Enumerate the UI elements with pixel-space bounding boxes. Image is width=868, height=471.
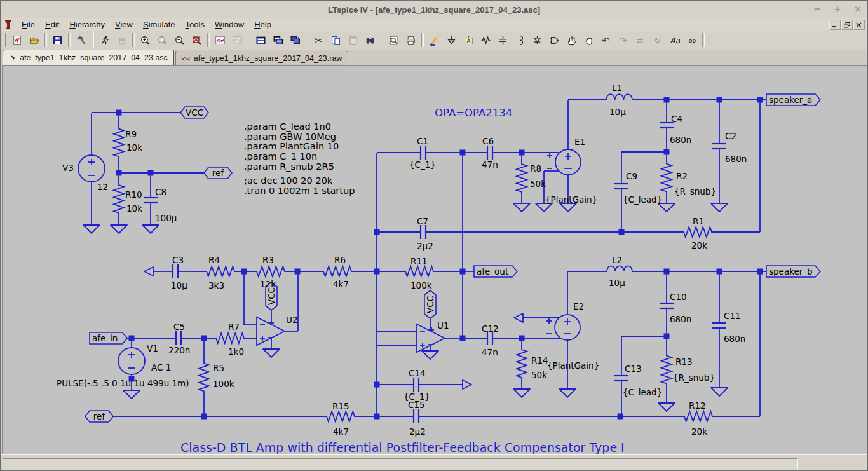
print-preview-icon[interactable] <box>385 32 402 49</box>
minimize-button[interactable]: − <box>811 3 823 16</box>
tab-asc[interactable]: afe_type1_1khz_square_2017_04_23.asc <box>3 50 174 65</box>
schematic-label: C1 <box>417 136 428 146</box>
port-flag-speaker_b[interactable]: speaker_b <box>766 266 820 277</box>
component-R13[interactable] <box>661 336 672 403</box>
spice-directive-icon[interactable]: .op <box>683 32 700 49</box>
component-R10[interactable] <box>114 173 124 225</box>
menu-item-edit[interactable]: Edit <box>40 19 64 31</box>
component-R14[interactable] <box>517 338 527 389</box>
control-panel-icon[interactable] <box>72 32 90 49</box>
place-component-icon[interactable] <box>546 32 563 49</box>
waveform-icon[interactable] <box>212 32 229 49</box>
component-C15[interactable] <box>377 409 620 423</box>
schematic-area: VCCrefrefVCCVCCafe_inafe_outspeaker_aspe… <box>2 65 867 454</box>
component-R4[interactable] <box>198 266 244 276</box>
component-C7[interactable] <box>377 225 621 239</box>
component-C9[interactable] <box>614 152 628 232</box>
save-icon[interactable] <box>49 32 66 49</box>
menu-item-view[interactable]: View <box>110 19 138 31</box>
component-R2[interactable] <box>661 152 672 203</box>
copy-icon[interactable] <box>327 32 344 49</box>
component-C11[interactable] <box>712 271 726 388</box>
port-flag-afe_out[interactable]: afe_out <box>474 266 517 277</box>
menu-item-tools[interactable]: Tools <box>180 19 210 31</box>
menu-item-window[interactable]: Window <box>210 19 249 31</box>
maximize-button[interactable]: + <box>832 3 843 16</box>
component-R11[interactable] <box>377 266 463 276</box>
component-R15[interactable] <box>204 411 377 421</box>
place-label-icon[interactable]: A <box>460 32 477 49</box>
component-E2[interactable] <box>546 315 580 340</box>
port-flag-speaker_a[interactable]: speaker_a <box>766 94 820 106</box>
component-C14[interactable] <box>377 378 463 392</box>
schematic-canvas[interactable]: VCCrefrefVCCVCCafe_inafe_outspeaker_aspe… <box>3 66 867 454</box>
place-resistor-icon[interactable] <box>477 32 494 49</box>
component-R5[interactable] <box>199 338 209 416</box>
title-bar: LTspice IV - [afe_type1_1khz_square_2017… <box>1 1 867 18</box>
schematic-label: PULSE(-.5 .5 0 1u 1u 499u 1m) <box>57 378 189 388</box>
net-flag-VCC[interactable]: VCC <box>424 290 436 318</box>
place-text-icon[interactable]: Aa <box>666 32 683 49</box>
cascade-icon[interactable] <box>287 32 304 49</box>
drag-icon[interactable] <box>580 32 597 49</box>
zoom-out-icon[interactable] <box>171 32 188 49</box>
tile-horizontal-icon[interactable] <box>252 32 269 49</box>
tab-raw[interactable]: afe_type1_1khz_square_2017_04_23.raw <box>175 51 349 65</box>
tile-vertical-icon[interactable] <box>269 32 287 49</box>
net-flag-ref[interactable]: ref <box>85 411 113 422</box>
menu-item-hierarchy[interactable]: Hierarchy <box>64 19 110 31</box>
port-flag-afe_in[interactable]: afe_in <box>90 332 128 344</box>
mdi-close-button[interactable] <box>853 20 865 30</box>
spice-directive-text: .param R_snub 2R5 <box>244 161 334 172</box>
menu-items: FileEditHierarchyViewSimulateToolsWindow… <box>17 19 276 31</box>
component-C3[interactable] <box>153 264 198 278</box>
place-inductor-icon[interactable] <box>512 32 529 49</box>
new-schematic-icon[interactable] <box>8 32 25 49</box>
component-V1[interactable] <box>118 348 145 374</box>
place-diode-icon[interactable] <box>529 32 546 49</box>
draw-wire-icon[interactable] <box>426 32 443 49</box>
component-U2[interactable] <box>257 317 285 345</box>
component-R1[interactable] <box>621 227 760 237</box>
close-button[interactable]: × <box>852 3 864 16</box>
component-C5[interactable] <box>132 331 204 345</box>
component-C1[interactable] <box>377 146 463 160</box>
menu-item-file[interactable]: File <box>17 19 40 31</box>
move-icon[interactable] <box>563 32 580 49</box>
component-L1[interactable] <box>602 94 636 100</box>
toolbar-handle[interactable] <box>3 33 6 47</box>
undo-icon[interactable]: ↶ <box>597 32 614 49</box>
place-capacitor-icon[interactable] <box>494 32 512 49</box>
cut-icon[interactable]: ✂ <box>310 32 327 49</box>
component-R12[interactable] <box>620 411 760 421</box>
component-C6[interactable] <box>463 146 522 160</box>
ground-icon <box>144 267 153 276</box>
toolbar-separator <box>306 33 308 47</box>
net-flag-ref[interactable]: ref <box>204 167 232 179</box>
menu-item-help[interactable]: Help <box>249 19 276 31</box>
ground-icon <box>463 380 471 389</box>
run-icon[interactable] <box>96 32 113 49</box>
spice-directive-text: .tran 0 1002m 1 startup <box>244 186 355 196</box>
component-C13[interactable] <box>614 336 628 416</box>
component-R3[interactable] <box>244 266 297 276</box>
component-V3[interactable] <box>78 155 105 182</box>
zoom-in-icon[interactable] <box>137 32 154 49</box>
net-flag-VCC[interactable]: VCC <box>180 107 208 118</box>
place-ground-icon[interactable] <box>443 32 460 49</box>
component-R6[interactable] <box>297 266 377 276</box>
print-icon[interactable] <box>402 32 419 49</box>
zoom-back-icon[interactable] <box>188 32 205 49</box>
menu-item-simulate[interactable]: Simulate <box>138 19 180 31</box>
component-L2[interactable] <box>603 266 636 271</box>
find-icon[interactable] <box>362 32 379 49</box>
component-R9[interactable] <box>114 113 124 173</box>
open-icon[interactable] <box>25 32 43 49</box>
component-R8[interactable] <box>517 153 527 203</box>
tab-bar: afe_type1_1khz_square_2017_04_23.ascafe_… <box>1 50 867 65</box>
mdi-restore-button[interactable] <box>841 20 853 30</box>
schematic-label: R8 <box>530 163 541 174</box>
component-C10[interactable] <box>660 271 674 336</box>
component-R7[interactable] <box>204 333 257 343</box>
mdi-minimize-button[interactable] <box>829 20 841 30</box>
